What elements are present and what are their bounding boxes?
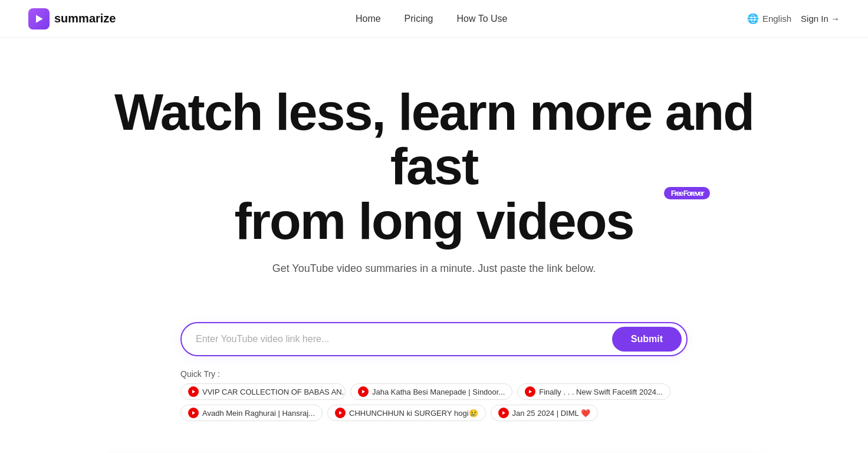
nav-right: 🌐 English Sign In → [747,13,840,24]
youtube-icon-5 [498,408,509,418]
youtube-icon-2 [525,386,535,397]
quick-chips: VVIP CAR COLLECTION OF BABAS AN... Jaha … [180,383,688,421]
logo-text: summarize [54,12,116,25]
navbar: summarize Home Pricing How To Use 🌐 Engl… [0,0,868,38]
nav-pricing[interactable]: Pricing [405,14,433,24]
chip-4[interactable]: CHHUNCHHUN ki SURGERY hogi😢 [327,405,486,421]
chip-label-0: VVIP CAR COLLECTION OF BABAS AN... [202,388,346,396]
nav-links: Home Pricing How To Use [356,14,508,24]
submit-button[interactable]: Submit [612,327,682,352]
logo-icon [28,8,50,29]
quick-try-section: Quick Try : VVIP CAR COLLECTION OF BABAS… [169,366,699,421]
youtube-icon-4 [335,408,346,418]
hero-section: Watch less, learn more and fast from lon… [0,38,868,298]
free-forever-badge: Free Forever [664,187,711,200]
chip-0[interactable]: VVIP CAR COLLECTION OF BABAS AN... [180,383,346,400]
svg-marker-0 [36,15,43,22]
svg-marker-5 [339,411,342,415]
chip-3[interactable]: Avadh Mein Raghurai | Hansraj... [180,405,323,421]
logo-svg [33,13,45,25]
hero-title-line2-text: from long videos [235,192,634,250]
svg-marker-6 [502,411,505,415]
language-label: English [762,14,791,24]
logo[interactable]: summarize [28,8,116,29]
search-section: Submit [169,322,699,356]
svg-marker-1 [192,390,195,393]
nav-home[interactable]: Home [356,14,381,24]
search-box: Submit [180,322,688,356]
chip-label-4: CHHUNCHHUN ki SURGERY hogi😢 [349,409,478,418]
youtube-icon-1 [358,386,369,397]
svg-marker-2 [362,390,365,393]
hero-title-line1: Watch less, learn more and fast [114,83,754,195]
language-selector[interactable]: 🌐 English [747,13,791,24]
nav-how-to-use[interactable]: How To Use [457,14,508,24]
search-input[interactable] [196,334,612,344]
signin-link[interactable]: Sign In → [801,14,840,24]
svg-marker-4 [192,411,195,415]
chip-label-3: Avadh Mein Raghurai | Hansraj... [202,409,315,418]
chip-2[interactable]: Finally . . . New Swift Facelift 2024... [517,383,670,400]
chip-1[interactable]: Jaha Katha Besi Manepade | Sindoor... [350,383,512,400]
hero-title-line2: from long videos Free Forever [235,194,634,248]
chip-label-1: Jaha Katha Besi Manepade | Sindoor... [372,388,505,396]
hero-title: Watch less, learn more and fast from lon… [110,85,758,248]
chip-label-5: Jan 25 2024 | DIML ❤️ [512,409,590,418]
chip-5[interactable]: Jan 25 2024 | DIML ❤️ [491,405,598,421]
hero-subtitle: Get YouTube video summaries in a minute.… [12,262,856,275]
globe-icon: 🌐 [747,13,759,24]
youtube-icon-0 [188,386,199,397]
youtube-icon-3 [188,408,199,418]
quick-try-label: Quick Try : [180,366,220,379]
chip-label-2: Finally . . . New Swift Facelift 2024... [539,388,663,396]
svg-marker-3 [529,390,532,393]
